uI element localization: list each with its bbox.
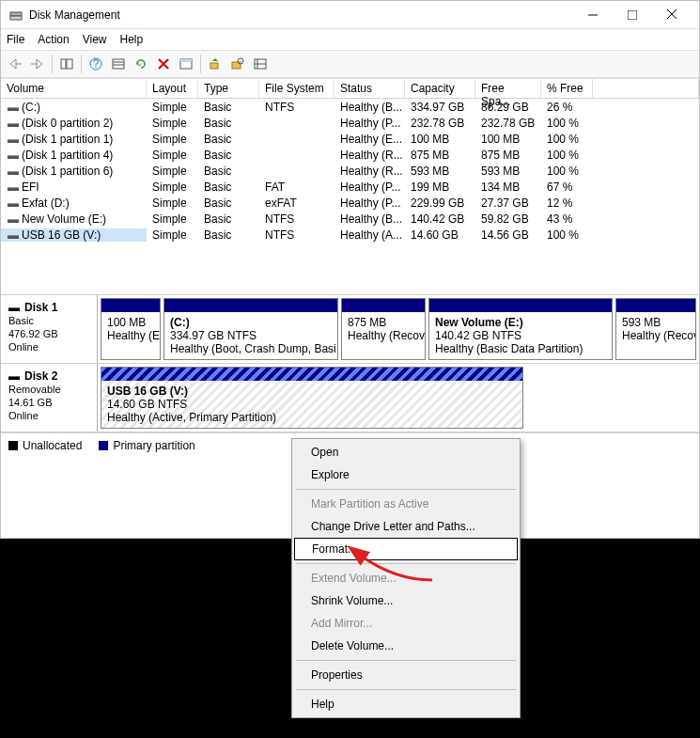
find-button[interactable] (227, 54, 248, 74)
partitions: 100 MBHealthy (E(C:)334.97 GB NTFSHealth… (98, 295, 699, 363)
drive-icon: ▬ (7, 212, 20, 226)
back-button[interactable] (5, 54, 25, 74)
col-type[interactable]: Type (198, 78, 259, 98)
col-pctfree[interactable]: % Free (541, 78, 593, 98)
drive-icon: ▬ (7, 133, 20, 146)
svg-rect-9 (67, 59, 72, 69)
partition-title: (C:) (170, 316, 332, 329)
col-capacity[interactable]: Capacity (405, 78, 475, 98)
table-row[interactable]: ▬New Volume (E:)SimpleBasicNTFSHealthy (… (1, 211, 699, 227)
table-row[interactable]: ▬(C:)SimpleBasicNTFSHealthy (B...334.97 … (1, 99, 699, 115)
partition-status: Healthy (Active, Primary Partition) (107, 411, 517, 424)
partition-size: 100 MB (107, 316, 154, 329)
menu-view[interactable]: View (83, 33, 107, 46)
properties-button[interactable] (176, 54, 196, 74)
svg-rect-18 (180, 59, 192, 62)
refresh-button[interactable] (131, 54, 151, 74)
help-button[interactable]: ? (86, 54, 106, 74)
menu-item-help[interactable]: Help (294, 693, 518, 715)
table-row[interactable]: ▬EFISimpleBasicFATHealthy (P...199 MB134… (1, 179, 699, 195)
menu-separator (296, 489, 516, 490)
partition-header (616, 299, 695, 312)
menu-item-explore[interactable]: Explore (294, 463, 518, 486)
partition[interactable]: USB 16 GB (V:)14.60 GB NTFSHealthy (Acti… (101, 367, 523, 429)
partition[interactable]: New Volume (E:)140.42 GB NTFSHealthy (Ba… (428, 298, 613, 360)
disk-icon: ▬ (8, 301, 22, 314)
legend-unalloc: Unallocated (8, 439, 82, 452)
svg-rect-12 (113, 59, 124, 69)
partition-header (342, 299, 425, 312)
volume-name: EFI (22, 181, 39, 194)
menu-item-change-drive-letter-and-paths[interactable]: Change Drive Letter and Paths... (294, 515, 518, 538)
list-view-button[interactable] (250, 54, 271, 74)
separator (200, 55, 201, 73)
titlebar[interactable]: Disk Management (1, 1, 699, 29)
menu-separator (296, 660, 516, 661)
partition-size: 334.97 GB NTFS (170, 329, 332, 342)
minimize-button[interactable] (573, 2, 613, 28)
partition[interactable]: 593 MBHealthy (Recov (615, 298, 696, 360)
svg-rect-3 (628, 10, 637, 20)
table-row[interactable]: ▬(Disk 1 partition 4)SimpleBasicHealthy … (1, 147, 699, 163)
svg-rect-1 (10, 16, 22, 20)
partition-header (164, 299, 337, 312)
menu-separator (296, 689, 516, 690)
menu-file[interactable]: File (7, 33, 24, 46)
partition-size: 14.60 GB NTFS (107, 398, 517, 411)
volume-table-body: ▬(C:)SimpleBasicNTFSHealthy (B...334.97 … (1, 99, 699, 243)
drive-icon: ▬ (7, 228, 20, 242)
menu-item-properties[interactable]: Properties (294, 664, 518, 686)
window-controls (573, 2, 692, 28)
disk-row: ▬Disk 2Removable14.61 GBOnlineUSB 16 GB … (1, 364, 699, 432)
disk-row: ▬Disk 1Basic476.92 GBOnline100 MBHealthy… (1, 295, 699, 364)
svg-text:?: ? (93, 57, 100, 71)
drive-icon: ▬ (7, 181, 20, 194)
col-status[interactable]: Status (334, 78, 405, 98)
partition[interactable]: (C:)334.97 GB NTFSHealthy (Boot, Crash D… (163, 298, 338, 360)
table-row[interactable]: ▬(Disk 1 partition 1)SimpleBasicHealthy … (1, 131, 699, 147)
close-button[interactable] (652, 2, 692, 28)
show-hide-button[interactable] (56, 54, 77, 74)
action-button[interactable] (205, 54, 226, 74)
col-freespace[interactable]: Free Spa... (475, 78, 541, 98)
col-spacer (593, 78, 699, 98)
settings-button[interactable] (108, 54, 129, 74)
partition-status: Healthy (Recove (348, 329, 419, 342)
col-filesystem[interactable]: File System (259, 78, 334, 98)
disk-info[interactable]: ▬Disk 1Basic476.92 GBOnline (1, 295, 98, 363)
menu-item-open[interactable]: Open (294, 441, 518, 463)
volume-name: (C:) (22, 101, 40, 114)
partition-header (429, 299, 612, 312)
table-row[interactable]: ▬USB 16 GB (V:)SimpleBasicNTFSHealthy (A… (1, 227, 699, 243)
maximize-button[interactable] (613, 2, 652, 28)
context-menu: OpenExploreMark Partition as ActiveChang… (291, 438, 521, 718)
table-row[interactable]: ▬Exfat (D:)SimpleBasicexFATHealthy (P...… (1, 195, 699, 211)
table-row[interactable]: ▬(Disk 1 partition 6)SimpleBasicHealthy … (1, 163, 699, 179)
menu-item-extend-volume: Extend Volume... (294, 567, 518, 589)
window-title: Disk Management (29, 8, 573, 22)
menu-help[interactable]: Help (120, 33, 144, 46)
partition[interactable]: 100 MBHealthy (E (101, 298, 161, 360)
partition-status: Healthy (Basic Data Partition) (435, 342, 606, 355)
partition-status: Healthy (E (107, 329, 154, 342)
separator (52, 55, 53, 73)
forward-button[interactable] (27, 54, 48, 74)
svg-rect-0 (10, 12, 22, 16)
menu-item-shrink-volume[interactable]: Shrink Volume... (294, 589, 518, 612)
volume-name: Exfat (D:) (22, 196, 70, 210)
partition-header (101, 368, 522, 381)
partition[interactable]: 875 MBHealthy (Recove (341, 298, 426, 360)
table-row[interactable]: ▬(Disk 0 partition 2)SimpleBasicHealthy … (1, 115, 699, 131)
partition-title: USB 16 GB (V:) (107, 385, 517, 398)
menu-item-delete-volume[interactable]: Delete Volume... (294, 635, 518, 657)
menu-item-format[interactable]: Format... (294, 538, 518, 560)
disk-info[interactable]: ▬Disk 2Removable14.61 GBOnline (1, 364, 98, 432)
delete-button[interactable] (153, 54, 174, 74)
disk-graphical-view: ▬Disk 1Basic476.92 GBOnline100 MBHealthy… (1, 294, 699, 432)
col-layout[interactable]: Layout (147, 78, 198, 98)
menu-action[interactable]: Action (38, 33, 69, 46)
col-volume[interactable]: Volume (1, 78, 147, 98)
volume-name: USB 16 GB (V:) (22, 228, 101, 242)
app-icon (8, 8, 23, 23)
volume-name: (Disk 1 partition 6) (22, 165, 113, 178)
